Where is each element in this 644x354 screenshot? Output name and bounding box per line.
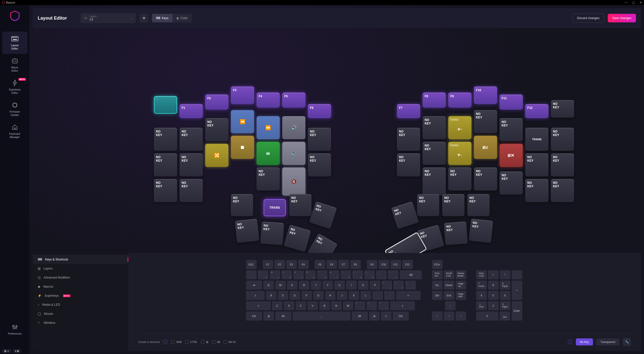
- key-f7[interactable]: F7: [397, 104, 420, 118]
- vk-ctrl[interactable]: Ctrl: [246, 312, 262, 321]
- vk-np-6[interactable]: 6: [500, 291, 510, 300]
- vk-Q[interactable]: Q: [263, 281, 274, 290]
- key-f10[interactable]: F10: [474, 86, 497, 104]
- vk-B[interactable]: B: [319, 301, 330, 310]
- vk-f13plus[interactable]: F13+: [432, 260, 442, 269]
- vk-shift[interactable]: ⇧: [246, 301, 271, 310]
- vk-A[interactable]: A: [266, 291, 276, 300]
- vk-X[interactable]: X: [284, 301, 294, 310]
- key-nokey[interactable]: NO KEY: [551, 100, 574, 118]
- vk-f2[interactable]: F2: [274, 260, 285, 269]
- vk-2[interactable]: @2: [270, 270, 280, 279]
- key-nokey[interactable]: NO KEY: [474, 110, 497, 133]
- vk-menu[interactable]: ≡: [381, 312, 391, 321]
- vk-np-slash[interactable]: /: [488, 270, 499, 279]
- vk-capslock[interactable]: ⇪: [246, 291, 265, 300]
- modifier-altgr[interactable]: Alt Gr.: [224, 340, 236, 344]
- key-f3[interactable]: F3: [231, 86, 254, 104]
- key-thumb[interactable]: NO KEY: [260, 222, 284, 245]
- vk-np-5[interactable]: 5: [488, 291, 499, 300]
- save-button[interactable]: Save changes: [608, 14, 636, 22]
- vk-punct[interactable]: ?/: [378, 301, 389, 310]
- vk-np-0[interactable]: 0: [476, 312, 498, 321]
- vk-np-star[interactable]: *: [500, 270, 510, 279]
- key-backtick[interactable]: `: [154, 96, 177, 114]
- nav-preferences[interactable]: Preferences: [2, 320, 27, 339]
- status-battery-icon[interactable]: ▮ ⬤: [13, 349, 21, 353]
- key-nokey[interactable]: NO KEY: [154, 128, 177, 151]
- vk-arrow-up[interactable]: ↑: [445, 301, 456, 310]
- key-nokey[interactable]: NO KEY: [154, 153, 177, 176]
- key-f5[interactable]: F5: [282, 93, 305, 108]
- key-thumb[interactable]: NO KEY: [467, 194, 490, 216]
- key-nokey[interactable]: NO KEY: [205, 118, 228, 141]
- vk-printscr[interactable]: Print Scr: [432, 270, 442, 279]
- modifier-shift[interactable]: Shift: [171, 340, 182, 344]
- vk-Z[interactable]: Z: [272, 301, 283, 310]
- key-nokey[interactable]: NO KEY: [308, 128, 331, 151]
- key-f4[interactable]: F4: [257, 93, 280, 108]
- vk-np-4[interactable]: 4: [476, 291, 487, 300]
- key-nokey[interactable]: NO KEY: [423, 167, 446, 196]
- key-f11[interactable]: F11: [500, 95, 523, 110]
- key-play-pause[interactable]: ⏯: [257, 142, 280, 165]
- layer-selector[interactable]: #3 Layers L3 ⌵: [80, 13, 136, 23]
- vk-np-8[interactable]: 8: [488, 281, 499, 290]
- vk-arrow-down[interactable]: ↓: [444, 312, 454, 321]
- key-nokey[interactable]: NO KEY: [180, 128, 203, 151]
- modifier-alt[interactable]: Alt: [212, 340, 220, 344]
- btn-transparent[interactable]: Transparent: [596, 338, 619, 345]
- key-nokey[interactable]: NO KEY: [180, 153, 203, 176]
- vk-S[interactable]: S: [278, 291, 288, 300]
- tab-media-led[interactable]: ♪Media & LED: [33, 300, 128, 309]
- key-thumb[interactable]: NO KEY: [231, 194, 253, 216]
- vk-bracket[interactable]: {[: [382, 281, 392, 290]
- key-nokey[interactable]: NO KEY: [397, 128, 420, 151]
- vk-np-minus[interactable]: -: [512, 270, 522, 279]
- discard-button[interactable]: Discard changes: [572, 14, 604, 23]
- vk-win-r[interactable]: ⊞: [369, 312, 380, 321]
- key-trans[interactable]: TRANS: [525, 128, 548, 151]
- status-connected-icon[interactable]: ⬤ ⇄: [2, 349, 11, 353]
- vk-1[interactable]: !1: [258, 270, 268, 279]
- vk-punct[interactable]: >.: [367, 301, 377, 310]
- key-f12[interactable]: F12: [525, 104, 548, 118]
- vk-6[interactable]: ^6: [317, 270, 328, 279]
- key-nokey[interactable]: NO KEY: [474, 167, 497, 191]
- vk-f10[interactable]: F10: [379, 260, 389, 269]
- vk-del[interactable]: Del: [432, 291, 442, 300]
- vk-alt[interactable]: Alt: [275, 312, 291, 321]
- key-shuffle[interactable]: 🔀: [205, 144, 228, 167]
- nav-layout-editor[interactable]: Layout Editor: [2, 32, 27, 54]
- key-volume-up[interactable]: 🔊: [282, 116, 305, 139]
- window-close-icon[interactable]: ✕: [639, 1, 642, 4]
- vk-`[interactable]: ~`: [246, 270, 257, 279]
- key-nokey[interactable]: NO KEY: [500, 171, 523, 195]
- key-thumb[interactable]: NO KEY: [284, 225, 311, 252]
- vk-backspace[interactable]: ⌫: [400, 270, 422, 279]
- vk-M[interactable]: M: [343, 301, 353, 310]
- vk-f7[interactable]: F7: [338, 260, 349, 269]
- vk--[interactable]: _-: [376, 270, 387, 279]
- key-f9[interactable]: F9: [448, 93, 471, 108]
- nav-keyboard-manager[interactable]: Keyboard Manager: [2, 120, 27, 142]
- vk-home[interactable]: Home: [444, 281, 454, 290]
- key-display-toggle[interactable]: ⎚⇄: [474, 136, 497, 159]
- vk-esc[interactable]: ESC: [246, 260, 257, 269]
- key-display-off[interactable]: ⎚✕: [500, 144, 523, 167]
- key-nokey[interactable]: NO KEY: [423, 116, 446, 139]
- vk-np-enter[interactable]: Enter: [512, 301, 522, 321]
- vk-3[interactable]: #3: [281, 270, 292, 279]
- vk-pausebreak[interactable]: Pause Break: [456, 270, 466, 279]
- vk-bracket[interactable]: }]: [393, 281, 404, 290]
- vk-H[interactable]: H: [325, 291, 336, 300]
- modifier-ctrl[interactable]: CTRL: [185, 340, 197, 344]
- key-volume-down[interactable]: 🔉: [282, 142, 305, 165]
- key-thumb[interactable]: NO KEY: [289, 194, 311, 216]
- vk-np-1[interactable]: 1 End: [476, 301, 487, 310]
- vk-W[interactable]: W: [275, 281, 286, 290]
- key-mute[interactable]: 🔇: [282, 167, 305, 196]
- key-media-stop[interactable]: ⏹: [231, 136, 254, 159]
- key-nokey[interactable]: NO KEY: [500, 118, 523, 141]
- tab-wireless[interactable]: ᯤWireless: [33, 318, 128, 327]
